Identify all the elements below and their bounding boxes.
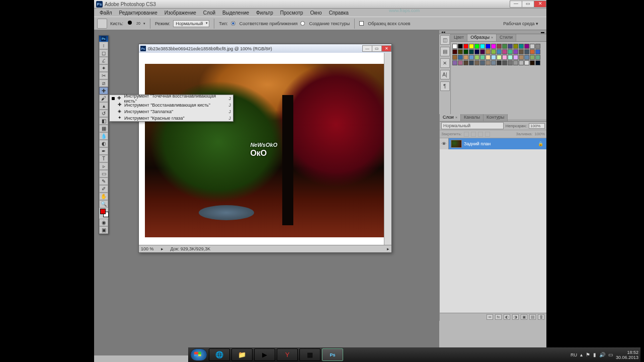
radio-proximity[interactable] [231, 21, 235, 26]
swatch[interactable] [469, 55, 474, 60]
new-group-icon[interactable]: ▣ [521, 314, 527, 320]
layer-mask-icon[interactable]: ◐ [504, 314, 510, 320]
tray-network-icon[interactable]: ▮ [593, 352, 596, 357]
lasso-tool[interactable]: 𝓛 [99, 57, 108, 64]
swatch[interactable] [486, 55, 491, 60]
swatch[interactable] [469, 44, 474, 49]
flyout-redeye[interactable]: ✦Инструмент "Красные глаза"J [110, 115, 233, 121]
swatch[interactable] [458, 44, 463, 49]
eyedropper-tool[interactable]: ✐ [99, 185, 108, 193]
marquee-tool[interactable]: ◻ [99, 49, 108, 57]
dodge-tool[interactable]: ◐ [99, 140, 108, 147]
tray-battery-icon[interactable]: ▭ [608, 352, 613, 357]
menu-image[interactable]: Изображение [161, 10, 200, 16]
color-picker[interactable] [99, 208, 108, 219]
swatch[interactable] [535, 60, 540, 65]
collapse-icon[interactable]: ◂◂ [441, 30, 445, 34]
healing-brush-tool[interactable]: ✚ [99, 87, 108, 95]
dock-info-icon[interactable]: ✕ [440, 58, 450, 68]
flyout-spot-healing[interactable]: ✚Инструмент "Точечная восстанавливающая … [110, 95, 233, 102]
taskbar-photoshop[interactable]: Ps [322, 348, 343, 361]
zoom-value[interactable]: 100 % [141, 246, 154, 251]
dock-navigator-icon[interactable]: ◫ [440, 35, 450, 45]
adjustment-layer-icon[interactable]: ◑ [512, 314, 519, 320]
type-tool[interactable]: T [99, 155, 108, 162]
gradient-tool[interactable]: ▦ [99, 125, 108, 132]
blur-tool[interactable]: 💧 [99, 132, 108, 140]
tab-paths[interactable]: Контуры [484, 114, 508, 121]
swatch[interactable] [480, 55, 485, 60]
swatch[interactable] [463, 55, 468, 60]
taskbar-ie[interactable]: 🌐 [209, 348, 230, 361]
notes-tool[interactable]: ✎ [99, 177, 108, 185]
swatch[interactable] [519, 55, 524, 60]
swatch[interactable] [469, 60, 474, 65]
canvas[interactable]: NeWsOkO ОкО [139, 53, 384, 245]
swatch[interactable] [458, 49, 463, 54]
swatch[interactable] [535, 49, 540, 54]
lock-all-icon[interactable] [485, 132, 490, 137]
panel-strip[interactable]: ◂◂▬ [439, 30, 546, 34]
tab-swatches[interactable]: Образцы× [467, 34, 497, 41]
crop-tool[interactable]: ✂ [99, 72, 108, 79]
tab-layers[interactable]: Слои× [440, 114, 461, 121]
swatch[interactable] [508, 49, 513, 54]
stamp-tool[interactable]: ▴ [99, 102, 108, 110]
brush-dropdown-icon[interactable]: ▾ [143, 22, 145, 26]
swatch[interactable] [486, 49, 491, 54]
taskbar-yandex[interactable]: Y [277, 348, 298, 361]
taskbar-explorer[interactable]: 📁 [231, 348, 253, 361]
zoom-tool[interactable]: 🔍 [99, 200, 108, 208]
doc-maximize-button[interactable]: ▭ [372, 45, 382, 52]
swatch[interactable] [474, 44, 479, 49]
menu-filter[interactable]: Фильтр [253, 10, 277, 16]
workspace-dropdown[interactable]: Рабочая среда [503, 21, 538, 26]
visibility-eye-icon[interactable]: 👁 [440, 138, 449, 149]
swatch[interactable] [480, 44, 485, 49]
swatch[interactable] [530, 44, 535, 49]
swatch[interactable] [497, 55, 502, 60]
swatch[interactable] [491, 60, 496, 65]
swatch[interactable] [491, 49, 496, 54]
opacity-input[interactable]: 100% [529, 123, 545, 129]
foreground-color-swatch[interactable] [100, 209, 106, 214]
taskbar-app[interactable]: ▦ [299, 348, 320, 361]
dock-character-icon[interactable]: A| [440, 70, 450, 79]
shape-tool[interactable]: ▭ [99, 170, 108, 177]
swatch[interactable] [497, 44, 502, 49]
swatch[interactable] [508, 60, 513, 65]
blend-mode-dropdown[interactable]: Нормальный [441, 122, 504, 129]
swatch[interactable] [474, 49, 479, 54]
menu-file[interactable]: Файл [96, 10, 116, 16]
layer-list[interactable]: 👁 Задний план 🔒 [440, 138, 546, 313]
slice-tool[interactable]: ⧄ [99, 79, 108, 87]
swatch[interactable] [458, 60, 463, 65]
swatch[interactable] [463, 44, 468, 49]
swatch[interactable] [535, 55, 540, 60]
swatch[interactable] [497, 60, 502, 65]
maximize-button[interactable]: ▭ [522, 1, 534, 8]
swatch[interactable] [480, 60, 485, 65]
tab-styles[interactable]: Стили [497, 34, 516, 41]
link-layers-icon[interactable]: ∞ [487, 314, 493, 320]
flyout-patch[interactable]: ◈Инструмент "Заплатка"J [110, 108, 233, 115]
new-layer-icon[interactable]: ▤ [529, 314, 536, 320]
radio-texture[interactable] [300, 21, 305, 26]
swatch[interactable] [469, 49, 474, 54]
menu-layer[interactable]: Слой [200, 10, 219, 16]
checkbox-all-layers[interactable] [359, 21, 364, 26]
brush-tool[interactable]: 🖌 [99, 95, 108, 102]
fill-input[interactable]: 100% [535, 132, 545, 136]
lock-position-icon[interactable] [478, 132, 483, 137]
eraser-tool[interactable]: ◧ [99, 117, 108, 125]
swatch[interactable] [513, 55, 518, 60]
swatch[interactable] [452, 55, 457, 60]
path-tool[interactable]: ▹ [99, 162, 108, 170]
swatch[interactable] [463, 60, 468, 65]
lock-pixels-icon[interactable] [471, 132, 476, 137]
scroll-arrow-icon[interactable]: ▸ [387, 246, 389, 251]
swatch[interactable] [530, 60, 535, 65]
swatch[interactable] [486, 60, 491, 65]
layer-thumbnail[interactable] [451, 140, 462, 148]
pen-tool[interactable]: ✒ [99, 147, 108, 155]
